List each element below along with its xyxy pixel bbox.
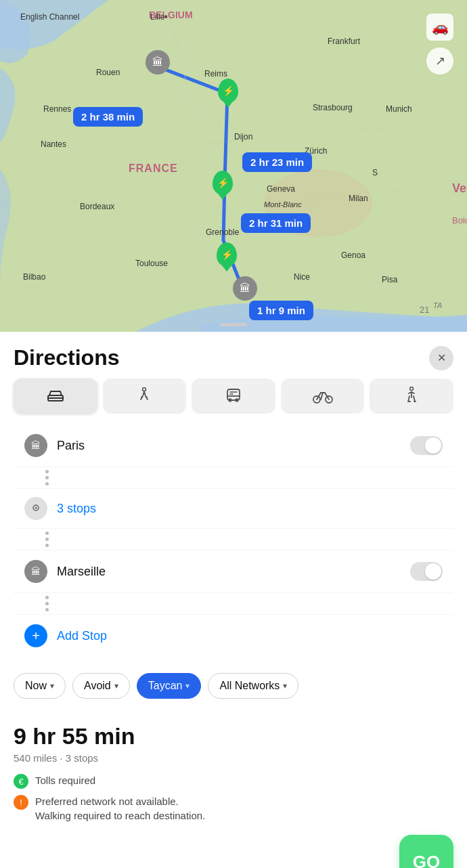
map-label-munich: Munich [386, 104, 412, 114]
dots-3 [14, 593, 453, 614]
svg-point-11 [410, 387, 414, 391]
map-label-english-channel: English Channel [20, 12, 79, 22]
summary-time: 9 hr 55 min [14, 723, 453, 750]
directions-panel: Directions ✕ [0, 332, 467, 868]
transit-icon [225, 387, 242, 405]
filter-avoid-label: Avoid [84, 680, 111, 692]
compass-icon[interactable]: ↗ [426, 47, 453, 74]
marseille-toggle-knob [425, 563, 441, 580]
dot [45, 544, 49, 547]
tolls-warning: € Tolls required [14, 773, 453, 789]
transport-tabs [0, 378, 467, 425]
bottom-padding [14, 828, 453, 868]
directions-header: Directions ✕ [0, 332, 467, 378]
filter-row: Now ▾ Avoid ▾ Taycan ▾ All Networks ▾ [0, 668, 467, 710]
network-warning-icon: ! [14, 795, 28, 810]
marseille-toggle[interactable] [410, 562, 443, 581]
dot [45, 482, 49, 485]
map-label-rennes: Rennes [43, 104, 71, 114]
tolls-icon: € [14, 774, 28, 789]
svg-point-5 [143, 388, 146, 391]
map-ev-stop-1: ⚡ [218, 79, 238, 103]
go-button[interactable]: GO [399, 835, 453, 868]
map-label-pisa: Pisa [382, 275, 397, 284]
map-label-genoa: Genoa [341, 251, 365, 260]
transport-tab-drive[interactable] [14, 378, 97, 414]
chevron-down-icon: ▾ [185, 681, 190, 691]
map-label-milan: Milan [349, 194, 368, 203]
drive-icon [46, 389, 65, 404]
svg-text:21: 21 [420, 305, 429, 315]
route-row-stops[interactable]: 3 stops [14, 489, 453, 528]
filter-taycan[interactable]: Taycan ▾ [137, 673, 202, 699]
map-ev-stop-2: ⚡ [213, 171, 233, 195]
map-icon-paris: 🏛 [146, 50, 170, 74]
svg-point-13 [35, 507, 37, 509]
filter-all-networks[interactable]: All Networks ▾ [208, 673, 298, 699]
paris-label: Paris [57, 439, 410, 453]
map-label-s: S [372, 168, 378, 177]
route-row-paris[interactable]: 🏛 Paris [14, 425, 453, 466]
map-icon-marseille: 🏛 [233, 276, 257, 301]
pedestrian-icon [404, 387, 419, 406]
car-icon[interactable]: 🚗 [426, 14, 453, 41]
transport-tab-pedestrian[interactable] [370, 378, 453, 414]
dot [45, 531, 49, 535]
transport-tab-cycle[interactable] [281, 378, 365, 414]
paris-toggle[interactable] [410, 436, 443, 455]
map-label-reims: Reims [204, 69, 227, 79]
dot [45, 470, 49, 473]
map-label-toulouse: Toulouse [135, 259, 168, 268]
walk-icon [137, 387, 152, 405]
cycle-icon [313, 389, 333, 404]
filter-all-networks-label: All Networks [219, 680, 280, 692]
filter-now-label: Now [25, 680, 47, 692]
map-label-ve: Ve [452, 181, 466, 196]
add-stop-label: Add Stop [57, 629, 107, 643]
marseille-label: Marseille [57, 565, 410, 579]
location-pin-icon [30, 503, 41, 514]
filter-avoid[interactable]: Avoid ▾ [72, 673, 130, 699]
paris-toggle-knob [425, 437, 441, 454]
summary-section: 9 hr 55 min 540 miles · 3 stops € Tolls … [0, 710, 467, 868]
map-label-geneva: Geneva [267, 184, 295, 194]
transport-tab-walk[interactable] [103, 378, 187, 414]
map-label-mont-blanc: Mont-Blanc [264, 200, 302, 209]
stops-label: 3 stops [57, 502, 443, 516]
map-ev-stop-3: ⚡ [217, 242, 237, 267]
network-warning-text: Preferred network not available.Walking … [35, 794, 205, 823]
map-view[interactable]: 21 TA English Channel BELGIUM FRANCE Rou… [0, 0, 467, 332]
add-stop-icon: + [24, 624, 47, 647]
drag-handle[interactable] [220, 323, 247, 326]
map-label-dijon: Dijon [234, 132, 252, 142]
map-label-bologna: Bolog [452, 215, 467, 225]
transport-tab-transit[interactable] [192, 378, 275, 414]
map-label-bordeaux: Bordeaux [80, 202, 114, 211]
stops-pin-icon [24, 497, 47, 520]
filter-now[interactable]: Now ▾ [14, 673, 66, 699]
time-bubble-1: 2 hr 38 min [73, 107, 143, 127]
dots-2 [14, 529, 453, 550]
network-warning: ! Preferred network not available.Walkin… [14, 794, 453, 823]
map-label-rouen: Rouen [96, 68, 120, 77]
map-label-lille: Lille• [150, 12, 168, 22]
add-stop-row[interactable]: + Add Stop [14, 615, 453, 657]
dot [45, 596, 49, 599]
directions-title: Directions [14, 345, 119, 370]
chevron-down-icon: ▾ [114, 681, 118, 691]
close-button[interactable]: ✕ [429, 346, 453, 370]
route-row-marseille[interactable]: 🏛 Marseille [14, 550, 453, 592]
time-bubble-4: 1 hr 9 min [249, 301, 313, 320]
map-label-bilbao: Bilbao [23, 272, 45, 282]
time-bubble-2: 2 hr 23 min [242, 152, 312, 172]
map-label-grenoble: Grenoble [206, 227, 239, 237]
route-stops-container: 🏛 Paris 3 stops [14, 425, 453, 657]
paris-city-icon: 🏛 [24, 434, 47, 457]
svg-text:TA: TA [433, 301, 442, 309]
dot [45, 602, 49, 605]
summary-distance: 540 miles · 3 stops [14, 752, 453, 764]
chevron-down-icon: ▾ [283, 681, 287, 691]
chevron-down-icon: ▾ [50, 681, 54, 691]
tolls-text: Tolls required [35, 773, 95, 787]
time-bubble-3: 2 hr 31 min [241, 213, 311, 233]
